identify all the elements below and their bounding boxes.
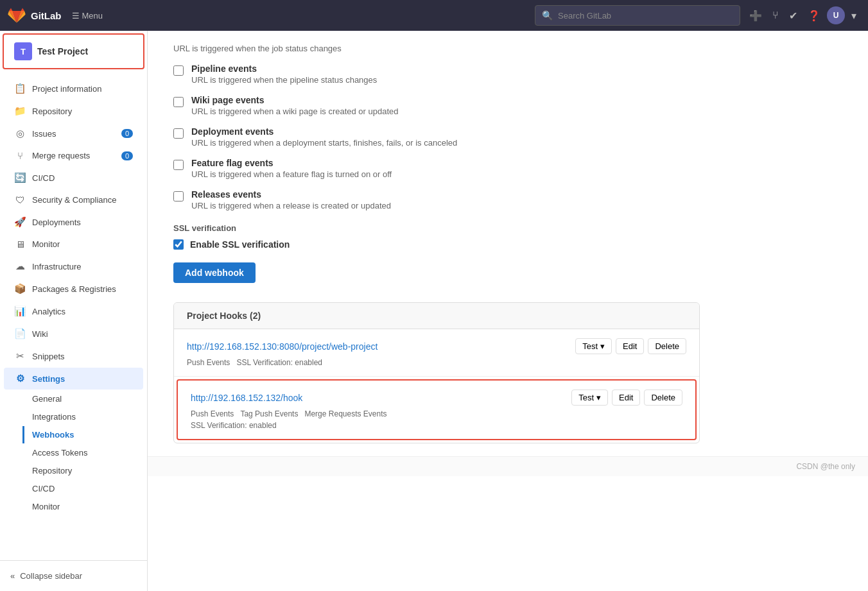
sidebar-item-monitor-sub[interactable]: Monitor: [24, 498, 143, 515]
wiki-icon: 📄: [14, 328, 26, 339]
hook-1-delete-button[interactable]: Delete: [648, 338, 686, 354]
sidebar-label-repository: Repository: [32, 107, 72, 116]
sidebar-item-wiki[interactable]: 📄 Wiki: [4, 323, 143, 345]
sidebar-item-integrations[interactable]: Integrations: [24, 408, 143, 425]
hook-2-tag-merge: Merge Requests Events: [304, 409, 386, 418]
sidebar-label-integrations: Integrations: [32, 412, 76, 422]
hook-2-actions: Test ▾ Edit Delete: [571, 390, 682, 406]
help-icon-btn[interactable]: ❓: [804, 6, 824, 26]
settings-icon: ⚙: [14, 373, 26, 384]
event-wiki: Wiki page events URL is triggered when a…: [173, 95, 700, 116]
pipeline-events-checkbox[interactable]: [173, 65, 184, 76]
sidebar-label-merge-requests: Merge requests: [32, 151, 90, 160]
search-input[interactable]: [558, 11, 733, 21]
gitlab-logo-icon: [8, 6, 26, 24]
create-button[interactable]: ➕: [745, 6, 766, 26]
sidebar-item-snippets[interactable]: ✂ Snippets: [4, 345, 143, 367]
sidebar-item-packages[interactable]: 📦 Packages & Registries: [4, 278, 143, 300]
project-name: Test Project: [37, 46, 88, 56]
hook-2-url[interactable]: http://192.168.152.132/hook: [191, 393, 302, 403]
menu-button[interactable]: ☰ Menu: [67, 8, 108, 23]
sidebar-label-deployments: Deployments: [32, 218, 81, 227]
hook-1-tag-push: Push Events: [187, 358, 230, 367]
sidebar-item-security[interactable]: 🛡 Security & Compliance: [4, 189, 143, 210]
hook-row-2: http://192.168.152.132/hook Test ▾ Edit …: [177, 379, 697, 440]
hook-2-test-button[interactable]: Test ▾: [571, 390, 608, 406]
deployment-events-checkbox[interactable]: [173, 128, 184, 139]
user-chevron-btn[interactable]: ▾: [847, 6, 860, 26]
ssl-section: SSL verification Enable SSL verification: [173, 223, 700, 250]
hook-1-edit-button[interactable]: Edit: [616, 338, 644, 354]
hook-2-tag-push-events: Tag Push Events: [240, 409, 298, 418]
wiki-events-label: Wiki page events: [191, 95, 399, 105]
content-area: URL is triggered when the job status cha…: [148, 31, 725, 456]
wiki-events-checkbox[interactable]: [173, 97, 184, 107]
sidebar-item-cicd-sub[interactable]: CI/CD: [24, 480, 143, 497]
hook-2-ssl: SSL Verification: enabled: [191, 421, 682, 430]
merge-icon: ⑂: [14, 150, 26, 161]
hook-2-delete-button[interactable]: Delete: [644, 390, 682, 406]
sidebar-item-monitor[interactable]: 🖥 Monitor: [4, 234, 143, 255]
hook-1-top: http://192.168.152.130:8080/project/web-…: [187, 338, 686, 354]
sidebar-label-wiki: Wiki: [32, 329, 48, 339]
sidebar-label-webhooks: Webhooks: [32, 430, 74, 440]
repository-icon: 📁: [14, 105, 26, 117]
sidebar-item-access-tokens[interactable]: Access Tokens: [24, 444, 143, 461]
hook-1-url[interactable]: http://192.168.152.130:8080/project/web-…: [187, 341, 378, 352]
project-header[interactable]: T Test Project: [3, 33, 144, 69]
logo: GitLab: [8, 6, 62, 24]
sidebar-label-snippets: Snippets: [32, 352, 65, 361]
sidebar-label-infrastructure: Infrastructure: [32, 262, 82, 271]
security-icon: 🛡: [14, 194, 26, 205]
event-pipeline: Pipeline events URL is triggered when th…: [173, 64, 700, 85]
sidebar-sub-settings: General Integrations Webhooks Access Tok…: [0, 390, 147, 515]
sidebar-item-repository[interactable]: 📁 Repository: [4, 100, 143, 122]
packages-icon: 📦: [14, 283, 26, 295]
ssl-label[interactable]: Enable SSL verification: [190, 239, 290, 250]
sidebar-label-cicd-sub: CI/CD: [32, 484, 55, 493]
hook-2-tag-push: Push Events: [191, 409, 234, 418]
collapse-sidebar-btn[interactable]: « Collapse sidebar: [0, 566, 147, 586]
pipeline-events-label: Pipeline events: [191, 64, 377, 74]
deployments-icon: 🚀: [14, 216, 26, 228]
sidebar-item-infrastructure[interactable]: ☁ Infrastructure: [4, 255, 143, 277]
sidebar-item-project-information[interactable]: 📋 Project information: [4, 78, 143, 99]
pipeline-events-desc: URL is triggered when the pipeline statu…: [191, 75, 377, 85]
hook-1-actions: Test ▾ Edit Delete: [575, 338, 686, 354]
sidebar-item-general[interactable]: General: [24, 390, 143, 407]
feature-flag-events-desc: URL is triggered when a feature flag is …: [191, 169, 392, 179]
sidebar-item-merge-requests[interactable]: ⑂ Merge requests 0: [4, 145, 143, 166]
sidebar-item-settings[interactable]: ⚙ Settings: [4, 368, 143, 390]
releases-events-desc: URL is triggered when a release is creat…: [191, 201, 391, 210]
ssl-verification-checkbox[interactable]: [173, 239, 184, 250]
hook-2-top: http://192.168.152.132/hook Test ▾ Edit …: [191, 390, 682, 406]
ssl-check-row: Enable SSL verification: [173, 239, 700, 250]
todos-icon-btn[interactable]: ✔: [785, 6, 801, 26]
collapse-sidebar-label: Collapse sidebar: [20, 571, 82, 581]
feature-flag-events-label: Feature flag events: [191, 158, 392, 168]
sidebar-item-webhooks[interactable]: Webhooks: [22, 426, 143, 443]
sidebar-item-issues[interactable]: ◎ Issues 0: [4, 123, 143, 144]
sidebar-label-access-tokens: Access Tokens: [32, 448, 87, 458]
avatar[interactable]: U: [827, 6, 845, 24]
add-webhook-button[interactable]: Add webhook: [173, 262, 256, 283]
sidebar-item-cicd[interactable]: 🔄 CI/CD: [4, 167, 143, 189]
sidebar-label-monitor-sub: Monitor: [32, 502, 60, 511]
releases-events-checkbox[interactable]: [173, 191, 184, 201]
hooks-section: Project Hooks (2) http://192.168.152.130…: [173, 302, 700, 443]
sidebar-item-repository-sub[interactable]: Repository: [24, 462, 143, 479]
feature-flag-events-checkbox[interactable]: [173, 160, 184, 170]
hook-2-edit-button[interactable]: Edit: [612, 390, 640, 406]
sidebar-item-deployments[interactable]: 🚀 Deployments: [4, 211, 143, 233]
issues-badge: 0: [121, 129, 133, 138]
issues-icon: ◎: [14, 128, 26, 139]
hook-1-test-button[interactable]: Test ▾: [575, 338, 612, 354]
sidebar-label-analytics: Analytics: [32, 307, 65, 316]
analytics-icon: 📊: [14, 305, 26, 317]
footer-credit: CSDN @the only: [148, 456, 868, 476]
releases-events-label: Releases events: [191, 189, 391, 200]
sidebar-label-project-information: Project information: [32, 84, 101, 94]
sidebar-item-analytics[interactable]: 📊 Analytics: [4, 300, 143, 322]
merge-requests-icon-btn[interactable]: ⑂: [768, 6, 783, 25]
main-content: URL is triggered when the job status cha…: [148, 31, 868, 591]
